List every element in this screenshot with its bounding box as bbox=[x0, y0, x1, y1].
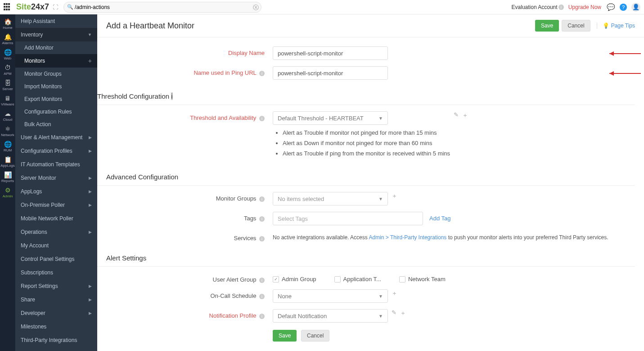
sidebar-item-control-panel-settings[interactable]: Control Panel Settings bbox=[15, 252, 97, 266]
sidebar-item-operations[interactable]: Operations▶ bbox=[15, 225, 97, 239]
add-tag-link[interactable]: Add Tag bbox=[429, 212, 450, 222]
iconbar-admin[interactable]: ⚙Admin bbox=[0, 185, 15, 200]
on-call-schedule-select[interactable]: None▼ bbox=[273, 289, 388, 303]
info-icon[interactable]: i bbox=[259, 196, 265, 202]
info-icon[interactable]: i bbox=[259, 116, 265, 121]
iconbar-web[interactable]: 🌐Web bbox=[0, 47, 15, 62]
sidebar-item-developer[interactable]: Developer▶ bbox=[15, 306, 97, 320]
chat-icon[interactable]: 💬 bbox=[607, 3, 615, 11]
info-icon[interactable]: i bbox=[259, 216, 265, 222]
threshold-section: Threshold Configuration i bbox=[97, 90, 635, 105]
notification-profile-select[interactable]: Default Notification▼ bbox=[273, 309, 388, 323]
sidebar-item-third-party-integrations[interactable]: Third-Party Integrations bbox=[15, 333, 97, 347]
sidebar-sub-import-monitors[interactable]: Import Monitors bbox=[15, 80, 97, 93]
chevron-right-icon: ▶ bbox=[89, 189, 92, 194]
sidebar-item-applogs[interactable]: AppLogs▶ bbox=[15, 185, 97, 198]
sidebar-help-assistant[interactable]: Help Assistant bbox=[15, 14, 97, 28]
annotation-arrow bbox=[609, 51, 641, 56]
page-tips-link[interactable]: 💡Page Tips bbox=[597, 23, 635, 29]
tags-input[interactable]: Select Tags bbox=[273, 212, 423, 225]
on-call-schedule-label: On-Call Schedule i bbox=[97, 289, 273, 299]
sidebar-item-configuration-profiles[interactable]: Configuration Profiles▶ bbox=[15, 144, 97, 158]
ping-url-input[interactable] bbox=[273, 66, 388, 80]
cancel-button[interactable]: Cancel bbox=[562, 20, 590, 32]
add-icon[interactable]: ＋ bbox=[462, 111, 468, 119]
info-icon[interactable]: i bbox=[259, 71, 265, 76]
info-icon[interactable]: i bbox=[259, 294, 265, 299]
plus-icon[interactable]: + bbox=[88, 57, 92, 64]
sidebar-inventory[interactable]: Inventory▼ bbox=[15, 28, 97, 41]
save-button-bottom[interactable]: Save bbox=[273, 330, 297, 342]
threshold-rule: Alert as Trouble if ping from the monito… bbox=[283, 150, 450, 157]
search-input[interactable] bbox=[63, 2, 261, 13]
info-icon[interactable]: i bbox=[259, 314, 265, 319]
annotation-arrow bbox=[609, 71, 641, 76]
caret-down-icon: ▼ bbox=[378, 294, 383, 299]
display-name-label: Display Name bbox=[97, 46, 273, 56]
sidebar-item-on-premise-poller[interactable]: On-Premise Poller▶ bbox=[15, 198, 97, 212]
svg-marker-1 bbox=[609, 51, 614, 56]
sidebar-sub-monitors[interactable]: Monitors+ bbox=[15, 54, 97, 68]
sidebar-item-subscriptions[interactable]: Subscriptions bbox=[15, 266, 97, 279]
iconbar-server[interactable]: 🗄Server bbox=[0, 77, 15, 93]
iconbar-apm[interactable]: ⏱APM bbox=[0, 62, 15, 77]
threshold-select[interactable]: Default Threshold - HEARTBEAT▼ bbox=[273, 111, 388, 125]
page-title: Add a Heartbeat Monitor bbox=[106, 21, 194, 31]
sidebar-item-it-automation-templates[interactable]: IT Automation Templates bbox=[15, 158, 97, 171]
iconbar-network[interactable]: ⚛Network bbox=[0, 123, 15, 139]
sidebar-item-mobile-network-poller[interactable]: Mobile Network Poller bbox=[15, 212, 97, 225]
sidebar: Help Assistant Inventory▼ Add MonitorMon… bbox=[15, 14, 97, 351]
sidebar-sub-add-monitor[interactable]: Add Monitor bbox=[15, 41, 97, 54]
info-icon[interactable]: i bbox=[171, 92, 172, 100]
add-icon[interactable]: ＋ bbox=[392, 289, 397, 297]
advanced-section: Advanced Configuration bbox=[97, 170, 635, 186]
svg-marker-3 bbox=[609, 71, 614, 76]
sidebar-sub-monitor-groups[interactable]: Monitor Groups bbox=[15, 68, 97, 80]
info-icon[interactable]: i bbox=[259, 278, 265, 283]
iconbar-applogs[interactable]: 📋AppLogs bbox=[0, 154, 15, 169]
sidebar-item-my-account[interactable]: My Account bbox=[15, 239, 97, 252]
sidebar-item-tags[interactable]: Tags bbox=[15, 347, 97, 351]
sidebar-item-report-settings[interactable]: Report Settings▶ bbox=[15, 279, 97, 293]
integrations-link[interactable]: Admin > Third-Party Integrations bbox=[369, 234, 446, 241]
logo[interactable]: Site24x7 bbox=[16, 2, 49, 12]
edit-icon[interactable]: ✎ bbox=[454, 111, 459, 118]
chevron-right-icon: ▶ bbox=[89, 135, 92, 140]
add-icon[interactable]: ＋ bbox=[400, 309, 406, 317]
checkbox-admin-group[interactable]: ✓Admin Group bbox=[273, 276, 316, 283]
expand-icon[interactable]: ⛶ bbox=[53, 4, 58, 10]
display-name-input[interactable] bbox=[273, 46, 388, 60]
sidebar-item-server-monitor[interactable]: Server Monitor▶ bbox=[15, 171, 97, 185]
iconbar-alarms[interactable]: 🔔Alarms bbox=[0, 32, 15, 47]
info-icon[interactable]: i bbox=[259, 236, 265, 242]
apps-grid-icon[interactable] bbox=[4, 3, 12, 11]
add-icon[interactable]: ＋ bbox=[392, 192, 397, 200]
checkbox-network-team[interactable]: Network Team bbox=[399, 276, 446, 283]
iconbar-reports[interactable]: 📊Reports bbox=[0, 169, 15, 185]
notification-profile-label: Notification Profile i bbox=[97, 309, 273, 319]
sidebar-item-milestones[interactable]: Milestones bbox=[15, 320, 97, 333]
avatar[interactable]: 👤 bbox=[631, 3, 640, 12]
save-button[interactable]: Save bbox=[535, 20, 559, 32]
sidebar-sub-export-monitors[interactable]: Export Monitors bbox=[15, 93, 97, 105]
iconbar-cloud[interactable]: ☁Cloud bbox=[0, 108, 15, 123]
help-icon[interactable]: ? bbox=[620, 4, 627, 11]
alert-section: Alert Settings bbox=[97, 251, 635, 267]
iconbar-vmware[interactable]: 🖥VMware bbox=[0, 93, 15, 108]
chevron-right-icon: ▶ bbox=[89, 311, 92, 315]
chevron-right-icon: ▶ bbox=[89, 203, 92, 207]
sidebar-sub-configuration-rules[interactable]: Configuration Rules bbox=[15, 105, 97, 118]
clear-search-icon[interactable]: ⓧ bbox=[253, 4, 259, 12]
sidebar-sub-bulk-action[interactable]: Bulk Action bbox=[15, 118, 97, 131]
edit-icon[interactable]: ✎ bbox=[392, 309, 396, 316]
sidebar-item-share[interactable]: Share▶ bbox=[15, 293, 97, 306]
chevron-right-icon: ▶ bbox=[89, 230, 92, 234]
iconbar-rum[interactable]: 🌐RUM bbox=[0, 139, 15, 154]
monitor-groups-select[interactable]: No items selected▼ bbox=[273, 192, 388, 205]
iconbar-home[interactable]: 🏠Home bbox=[0, 16, 15, 32]
sidebar-item-user-alert-management[interactable]: User & Alert Management▶ bbox=[15, 131, 97, 144]
info-icon[interactable]: i bbox=[558, 5, 564, 10]
upgrade-link[interactable]: Upgrade Now bbox=[568, 4, 601, 10]
cancel-button-bottom[interactable]: Cancel bbox=[301, 330, 329, 342]
checkbox-application-t-[interactable]: Application T... bbox=[334, 276, 381, 283]
